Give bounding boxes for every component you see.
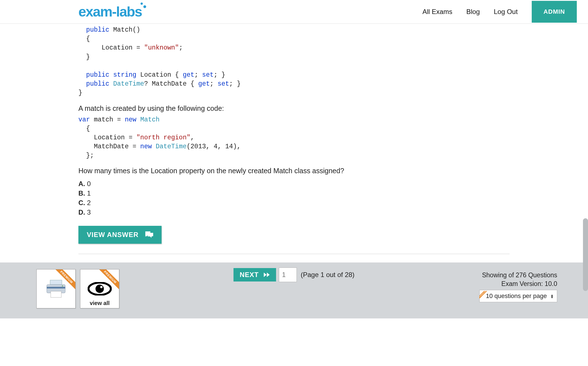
question-text-main: How many times is the Location property …: [78, 167, 510, 175]
pagination: NEXT (Page 1 out of 28): [234, 268, 354, 282]
code-string: "north region": [136, 134, 190, 141]
svg-marker-10: [264, 273, 267, 277]
view-all-label: view all: [90, 300, 109, 306]
svg-marker-11: [267, 273, 270, 277]
code-keyword: set: [218, 80, 229, 88]
code-keyword: get: [183, 71, 194, 79]
option-text: 3: [85, 208, 91, 216]
premium-ribbon: PREMIUM: [97, 269, 119, 292]
main-nav: All Exams Blog Log Out ADMIN: [423, 1, 577, 23]
code-keyword: string: [109, 71, 136, 79]
footer-info: Showing of 276 Questions Exam Version: 1…: [479, 270, 557, 303]
option-letter: B.: [78, 189, 85, 197]
option-letter: C.: [78, 199, 85, 207]
code-text: (2013, 4, 14),: [187, 143, 241, 150]
nav-logout[interactable]: Log Out: [494, 8, 517, 16]
option-a[interactable]: A. 0: [78, 180, 510, 188]
next-button[interactable]: NEXT: [234, 268, 276, 281]
premium-ribbon: PREMIUM: [53, 269, 75, 292]
question-text-middle: A match is created by using the followin…: [78, 104, 510, 112]
view-answer-button[interactable]: VIEW ANSWER: [78, 226, 162, 244]
code-type: Match: [136, 116, 160, 123]
code-text: Location =: [78, 134, 136, 141]
svg-rect-5: [51, 291, 61, 297]
code-text: };: [78, 152, 94, 159]
code-block-2: var match = new Match { Location = "nort…: [78, 115, 510, 160]
showing-count: Showing of 276 Questions: [479, 271, 557, 279]
code-keyword: public: [86, 26, 109, 34]
code-keyword: new: [125, 116, 136, 123]
view-answer-label: VIEW ANSWER: [87, 231, 139, 239]
code-text: ;: [179, 44, 183, 51]
page-info: (Page 1 out of 28): [301, 271, 354, 279]
code-keyword: public: [86, 71, 109, 79]
code-type: DateTime: [109, 80, 144, 88]
code-keyword: public: [86, 80, 109, 88]
code-keyword: set: [202, 71, 214, 79]
option-b[interactable]: B. 1: [78, 189, 510, 197]
per-page-label: 10 questions per page: [486, 292, 547, 299]
option-letter: D.: [78, 208, 85, 216]
footer: PREMIUM PREMIUM view all NEXT: [0, 262, 588, 318]
code-keyword: new: [140, 143, 152, 150]
answer-options: A. 0 B. 1 C. 2 D. 3: [78, 180, 510, 216]
premium-label: PREMIUM: [53, 269, 75, 292]
code-keyword: get: [198, 80, 210, 88]
question-content: public Match() { Location = "unknown"; }…: [0, 25, 588, 262]
code-text: Location {: [136, 71, 183, 79]
code-text: }: [86, 53, 90, 61]
code-text: }: [78, 89, 82, 97]
code-text: Match(): [109, 26, 140, 34]
code-type: DateTime: [152, 143, 186, 150]
code-text: ;: [210, 80, 218, 88]
code-text: ;: [194, 71, 202, 79]
page-input[interactable]: [279, 268, 297, 282]
print-card[interactable]: PREMIUM: [36, 269, 76, 308]
scrollbar[interactable]: [583, 218, 588, 291]
option-letter: A.: [78, 180, 85, 187]
code-text: ? MatchDate {: [144, 80, 198, 88]
code-text: ,: [190, 134, 194, 141]
code-keyword: var: [78, 116, 90, 123]
exam-version: Exam Version: 10.0: [479, 280, 557, 288]
nav-blog[interactable]: Blog: [466, 8, 480, 16]
option-d[interactable]: D. 3: [78, 208, 510, 216]
option-text: 0: [85, 180, 91, 187]
logo-dot-icon: [143, 5, 146, 8]
view-all-card[interactable]: PREMIUM view all: [80, 269, 119, 308]
premium-label: PREMIUM: [479, 291, 487, 299]
next-label: NEXT: [240, 271, 259, 279]
code-text: ; }: [214, 71, 225, 79]
premium-ribbon-small: PREMIUM: [479, 291, 487, 299]
premium-label: PREMIUM: [97, 269, 119, 292]
option-c[interactable]: C. 2: [78, 199, 510, 207]
fast-forward-icon: [264, 273, 270, 277]
admin-button[interactable]: ADMIN: [532, 1, 577, 23]
code-text: MatchDate =: [78, 143, 140, 150]
logo-text: exam-labs: [78, 4, 142, 20]
code-text: match =: [90, 116, 125, 123]
logo[interactable]: exam-labs: [78, 4, 142, 20]
per-page-select[interactable]: PREMIUM 10 questions per page ▴▾: [479, 290, 557, 302]
logo-dot-icon: [141, 3, 143, 5]
comment-icon: [145, 231, 153, 238]
code-text: Location =: [86, 44, 144, 51]
divider: [78, 254, 510, 254]
select-arrows-icon: ▴▾: [551, 294, 553, 298]
code-block-1: public Match() { Location = "unknown"; }…: [78, 25, 510, 98]
code-string: "unknown": [144, 44, 179, 51]
code-text: ; }: [229, 80, 241, 88]
nav-all-exams[interactable]: All Exams: [423, 8, 452, 16]
code-text: {: [86, 35, 90, 43]
header: exam-labs All Exams Blog Log Out ADMIN: [0, 0, 588, 24]
option-text: 2: [85, 199, 91, 207]
option-text: 1: [85, 189, 91, 197]
code-text: {: [78, 125, 90, 132]
